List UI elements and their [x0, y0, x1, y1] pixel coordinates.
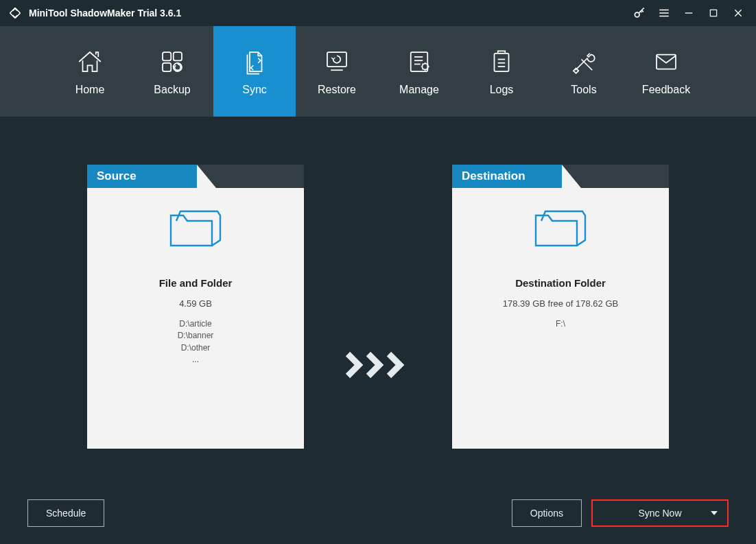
nav-home[interactable]: Home [49, 26, 131, 117]
app-logo-icon [8, 6, 22, 20]
nav-label: Backup [154, 84, 190, 96]
maximize-button[interactable] [701, 0, 726, 26]
source-size: 4.59 GB [179, 298, 212, 309]
nav-backup[interactable]: Backup [131, 26, 213, 117]
restore-icon [322, 47, 351, 77]
button-label: Sync Now [638, 508, 681, 519]
app-window: MiniTool ShadowMaker Trial 3.6.1 Home [0, 0, 756, 544]
nav-label: Manage [399, 84, 439, 96]
svg-rect-23 [574, 68, 578, 73]
svg-rect-5 [710, 10, 716, 16]
app-title: MiniTool ShadowMaker Trial 3.6.1 [29, 8, 181, 19]
button-label: Schedule [46, 508, 86, 519]
manage-icon [405, 47, 434, 77]
menu-icon[interactable] [652, 0, 676, 26]
nav-label: Home [75, 84, 105, 96]
nav-restore[interactable]: Restore [296, 26, 378, 117]
source-header: Source [87, 165, 304, 188]
content-area: Source File and Folder 4.59 GB D:\artic [0, 117, 756, 482]
logs-icon [487, 47, 516, 77]
folder-icon [167, 206, 224, 251]
svg-rect-8 [163, 52, 171, 60]
nav-tools[interactable]: Tools [543, 26, 625, 117]
feedback-icon [652, 47, 681, 77]
list-item: ... [178, 354, 214, 366]
nav-manage[interactable]: Manage [378, 26, 460, 117]
caret-down-icon [711, 511, 718, 515]
titlebar: MiniTool ShadowMaker Trial 3.6.1 [0, 0, 756, 26]
list-item: D:\article [178, 318, 214, 330]
destination-header: Destination [452, 165, 669, 188]
nav-label: Restore [318, 84, 356, 96]
nav-label: Tools [571, 84, 596, 96]
destination-free: 178.39 GB free of 178.62 GB [503, 298, 618, 309]
destination-panel[interactable]: Destination Destination Folder 178.39 GB… [452, 165, 669, 449]
svg-point-0 [635, 12, 639, 17]
nav-feedback[interactable]: Feedback [625, 26, 707, 117]
svg-rect-12 [327, 52, 346, 67]
button-label: Options [530, 508, 563, 519]
folder-icon [532, 206, 589, 251]
backup-icon [158, 47, 187, 77]
minimize-button[interactable] [676, 0, 701, 26]
nav-label: Logs [490, 84, 514, 96]
source-header-label: Source [87, 165, 197, 188]
home-icon [75, 47, 104, 77]
sync-icon [240, 47, 269, 77]
direction-chevrons-icon [345, 351, 411, 379]
nav-logs[interactable]: Logs [460, 26, 543, 117]
list-item: D:\banner [178, 330, 214, 342]
svg-rect-24 [657, 55, 676, 69]
nav-label: Feedback [642, 84, 690, 96]
nav-sync[interactable]: Sync [213, 26, 296, 117]
nav-label: Sync [242, 84, 267, 96]
svg-rect-14 [411, 52, 428, 71]
svg-rect-10 [163, 63, 171, 71]
schedule-button[interactable]: Schedule [27, 499, 104, 527]
svg-rect-9 [174, 52, 182, 60]
footer: Schedule Options Sync Now [0, 482, 756, 544]
source-title: File and Folder [159, 277, 233, 289]
source-panel[interactable]: Source File and Folder 4.59 GB D:\artic [87, 165, 304, 449]
destination-path: F:\ [556, 318, 565, 330]
destination-header-label: Destination [452, 165, 562, 188]
options-button[interactable]: Options [512, 499, 582, 527]
close-button[interactable] [726, 0, 751, 26]
source-items: D:\article D:\banner D:\other ... [178, 318, 214, 366]
destination-title: Destination Folder [515, 277, 606, 289]
main-nav: Home Backup Sync Restore Manage [0, 26, 756, 117]
sync-now-button[interactable]: Sync Now [591, 499, 729, 527]
key-icon[interactable] [627, 0, 652, 26]
list-item: D:\other [178, 342, 214, 354]
tools-icon [569, 47, 598, 77]
